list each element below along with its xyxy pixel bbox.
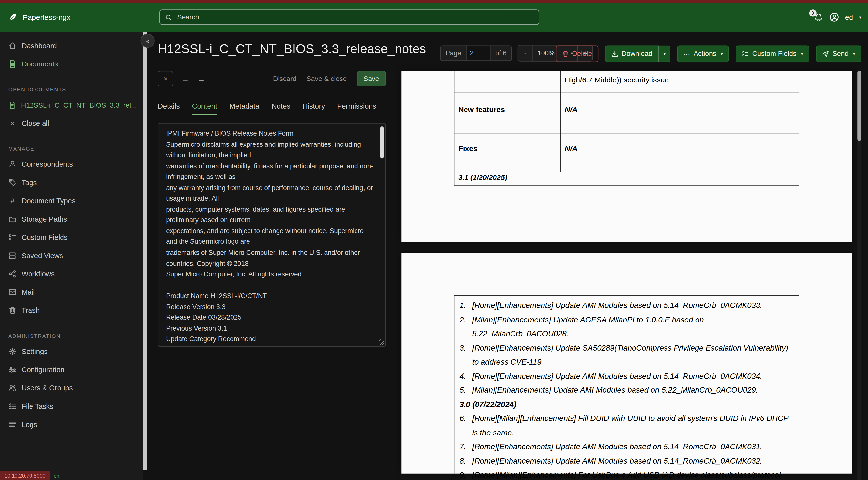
list-number: 8.: [460, 454, 472, 468]
section-manage: MANAGE: [8, 146, 143, 152]
delete-button[interactable]: Delete: [556, 46, 598, 62]
chevron-down-icon: ▾: [721, 51, 723, 56]
paperless-logo-icon: [7, 11, 18, 23]
sidebar-item-custom-fields[interactable]: Custom Fields: [0, 228, 143, 246]
list-number: 1.: [460, 299, 472, 312]
sidebar-item-users-groups[interactable]: Users & Groups: [0, 379, 143, 397]
textarea-scrollbar[interactable]: [380, 126, 384, 158]
sidebar-close-all[interactable]: × Close all: [0, 114, 143, 132]
sidebar-item-label: Mail: [22, 288, 35, 296]
actions-button[interactable]: ⋯ Actions ▾: [677, 46, 729, 62]
sidebar-open-document[interactable]: H12SSL-i_C_CT_NT_BIOS_3.3_rel...: [0, 96, 143, 114]
global-search[interactable]: [159, 9, 539, 25]
delete-label: Delete: [572, 50, 592, 58]
pdf-row-label: Fixes: [458, 145, 477, 153]
list-text: [Rome][Enhancements] Update AMI Modules …: [472, 440, 790, 454]
tab-content[interactable]: Content: [192, 102, 217, 115]
table-line: [454, 185, 799, 186]
tag-icon: [8, 178, 17, 187]
chevron-down-icon: ▾: [801, 51, 803, 56]
sidebar-item-document-types[interactable]: # Document Types: [0, 192, 143, 210]
sidebar-item-label: Correspondents: [22, 160, 73, 168]
user-avatar-icon[interactable]: [829, 12, 839, 22]
table-line: [454, 295, 799, 296]
sidebar-item-label: Saved Views: [22, 251, 63, 260]
tab-metadata[interactable]: Metadata: [229, 102, 259, 115]
list-text: [Milan][Enhancements] Update AGESA Milan…: [472, 312, 790, 341]
sidebar-item-configuration[interactable]: Configuration: [0, 361, 143, 379]
tab-notes[interactable]: Notes: [272, 102, 290, 115]
download-caret-button[interactable]: ▾: [658, 46, 671, 62]
sidebar-collapse-button[interactable]: «: [141, 34, 155, 48]
list-version-heading: 3.0 (07/22/2024): [460, 397, 794, 411]
sidebar-item-settings[interactable]: Settings: [0, 342, 143, 361]
ellipsis-icon: ⋯: [683, 50, 690, 58]
tab-details[interactable]: Details: [158, 102, 180, 115]
download-button[interactable]: Download: [605, 46, 658, 62]
user-menu-caret-icon[interactable]: ▾: [859, 15, 861, 20]
list-item: 1.[Rome][Enhancements] Update AMI Module…: [460, 299, 794, 312]
pdf-scrollbar-thumb[interactable]: [858, 71, 861, 141]
notifications-button[interactable]: 3: [813, 12, 823, 22]
previous-document-button[interactable]: ←: [181, 74, 189, 83]
brand-name: Paperless-ngx: [23, 13, 70, 22]
next-document-button[interactable]: →: [197, 74, 206, 83]
sidebar-item-saved-views[interactable]: Saved Views: [0, 246, 143, 265]
search-icon: [165, 13, 172, 21]
table-line: [454, 71, 455, 186]
textarea-resize-handle[interactable]: [379, 339, 384, 345]
gear-icon: [8, 347, 17, 356]
sidebar-item-tags[interactable]: Tags: [0, 173, 143, 191]
tab-history[interactable]: History: [303, 102, 325, 115]
page-number-input[interactable]: [466, 46, 491, 61]
custom-fields-button[interactable]: Custom Fields ▾: [736, 46, 809, 62]
notification-badge: 3: [809, 9, 816, 16]
sidebar-item-dashboard[interactable]: Dashboard: [0, 37, 143, 55]
list-text: [Rome][Milan][Enhancements] Fill DUID wi…: [472, 412, 790, 440]
save-and-close-button[interactable]: Save & close: [306, 75, 347, 83]
sidebar-item-trash[interactable]: Trash: [0, 301, 143, 320]
close-document-button[interactable]: ×: [158, 71, 173, 86]
sidebar-scrollbar[interactable]: [143, 31, 147, 470]
trash-icon: [8, 306, 17, 314]
chevron-down-icon: ▾: [663, 51, 665, 56]
sidebar-item-label: Documents: [22, 60, 58, 68]
table-line: [454, 133, 799, 133]
checklist-icon: [8, 233, 17, 241]
username[interactable]: ed: [845, 13, 853, 22]
sliders-icon: [8, 365, 17, 374]
sidebar-item-logs[interactable]: Logs: [0, 416, 143, 434]
save-button[interactable]: Save: [357, 71, 386, 86]
person-icon: [8, 160, 17, 168]
close-icon: ×: [163, 74, 168, 83]
brand[interactable]: Paperless-ngx: [7, 11, 70, 23]
sidebar-item-label: Settings: [22, 347, 48, 356]
zoom-out-button[interactable]: -: [518, 45, 533, 62]
pdf-change-list: 1.[Rome][Enhancements] Update AMI Module…: [460, 299, 794, 480]
sidebar-item-storage-paths[interactable]: Storage Paths: [0, 210, 143, 228]
content-text: IPMI Firmware / BIOS Release Notes Form …: [166, 128, 375, 343]
sidebar-item-mail[interactable]: Mail: [0, 283, 143, 301]
discard-button[interactable]: Discard: [273, 75, 297, 83]
close-all-label: Close all: [22, 119, 49, 127]
search-input[interactable]: [176, 13, 539, 22]
zoom-level-value: 100%: [537, 49, 555, 57]
sidebar-item-label: Tags: [22, 178, 37, 187]
sidebar-item-correspondents[interactable]: Correspondents: [0, 155, 143, 173]
list-text: [Rome][Enhancements] Update AMI Modules …: [472, 299, 790, 312]
open-document-label: H12SSL-i_C_CT_NT_BIOS_3.3_rel...: [21, 101, 137, 109]
close-icon: ×: [8, 119, 17, 127]
list-number: 2.: [460, 312, 472, 341]
tab-permissions[interactable]: Permissions: [337, 102, 376, 115]
browser-chrome-strip: [0, 0, 868, 3]
document-actions: Delete Download ▾ ⋯ Actions ▾ Custom Fie…: [556, 46, 861, 61]
list-item: 6.[Rome][Milan][Enhancements] Fill DUID …: [460, 412, 794, 440]
text-lines-icon: [8, 420, 17, 429]
content-textarea[interactable]: IPMI Firmware / BIOS Release Notes Form …: [158, 123, 386, 347]
sidebar-item-file-tasks[interactable]: File Tasks: [0, 397, 143, 415]
sidebar-item-workflows[interactable]: Workflows: [0, 265, 143, 283]
sidebar-item-documents[interactable]: Documents: [0, 55, 143, 73]
file-icon: [8, 101, 16, 109]
send-button[interactable]: Send ▾: [816, 46, 861, 62]
list-text: [Milan][Enhancements] Update AMI Modules…: [472, 383, 790, 397]
